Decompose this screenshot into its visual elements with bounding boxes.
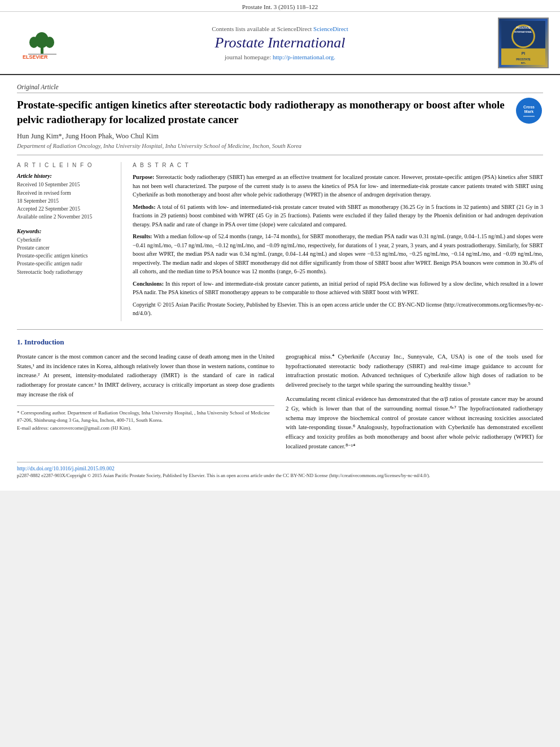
abstract-header: A B S T R A C T (133, 162, 543, 168)
results-label: Results: (133, 233, 152, 239)
keyword-3: Prostate-specific antigen kinetics (17, 252, 113, 260)
svg-text:PI: PI (522, 51, 526, 55)
email-line: E-mail address: cancerovercome@gmail.com… (17, 425, 132, 431)
purpose-text: Stereotactic body radiotherapy (SBRT) ha… (133, 174, 543, 198)
journal-title: Prostate International (73, 34, 487, 51)
revised-label: Received in revised form (17, 189, 113, 197)
abstract-conclusions: Conclusions: In this report of low- and … (133, 279, 543, 297)
footnotes-section: * Corresponding author. Department of Ra… (17, 405, 274, 433)
footer-section: http://dx.doi.org/10.1016/j.pimil.2015.0… (17, 462, 543, 479)
footnote-email: E-mail address: cancerovercome@gmail.com… (17, 425, 274, 433)
prostate-intl-badge: PROSTATE INTERNATIONAL PI PROSTATE INTL (498, 18, 549, 68)
journal-homepage: journal homepage: http://p-international… (73, 54, 487, 60)
svg-text:Cross: Cross (523, 105, 535, 109)
crossmark-icon: Cross Mark (516, 98, 542, 124)
abstract-results: Results: With a median follow-up of 52.4… (133, 232, 543, 276)
svg-text:INTL: INTL (521, 62, 526, 64)
keywords-title: Keywords: (17, 228, 113, 234)
svg-point-3 (29, 37, 38, 48)
journal-header: ELSEVIER Contents lists available at Sci… (0, 12, 560, 75)
contents-line: Contents lists available at ScienceDirec… (73, 25, 487, 32)
crossmark-badge: Cross Mark (516, 98, 543, 125)
conclusions-label: Conclusions: (133, 281, 164, 287)
intro-left-col: Prostate cancer is the most common cance… (17, 352, 274, 456)
homepage-link[interactable]: http://p-international.org. (273, 54, 335, 60)
methods-text: A total of 61 patients with low- and int… (133, 204, 543, 228)
article-columns: A R T I C L E I N F O Article history: R… (17, 162, 543, 321)
article-title-row: Prostate-specific antigen kinetics after… (17, 98, 543, 126)
sciencedirect-link[interactable]: ScienceDirect (313, 25, 348, 32)
elsevier-logo-icon: ELSEVIER (17, 28, 68, 59)
keyword-4: Prostate-specific antigen nadir (17, 260, 113, 268)
contents-text: Contents lists available at ScienceDirec… (212, 25, 312, 32)
intro-title: Introduction (24, 338, 64, 346)
crossmark-svg: Cross Mark (517, 98, 541, 123)
article-history-title: Article history: (17, 173, 113, 179)
abstract-methods: Methods: A total of 61 patients with low… (133, 203, 543, 229)
section-divider (17, 329, 543, 330)
online-date: Available online 2 November 2015 (17, 213, 113, 221)
article-title: Prostate-specific antigen kinetics after… (17, 98, 510, 126)
received-date: Received 10 September 2015 (17, 181, 113, 189)
elsevier-logo-area: ELSEVIER (11, 28, 73, 59)
journal-badge-area: PROSTATE INTERNATIONAL PI PROSTATE INTL (487, 18, 549, 68)
footnote-corresponding: * Corresponding author. Department of Ra… (17, 409, 274, 425)
intro-para-1: Prostate cancer is the most common cance… (17, 352, 274, 400)
purpose-label: Purpose: (133, 174, 154, 180)
copyright-text: Copyright © 2015 Asian Pacific Prostate … (133, 302, 543, 317)
abstract-column: A B S T R A C T Purpose: Stereotactic bo… (133, 162, 543, 321)
conclusions-text: In this report of low- and intermediate-… (133, 281, 543, 296)
article-history-block: Article history: Received 10 September 2… (17, 173, 113, 221)
svg-text:Mark: Mark (524, 110, 533, 113)
svg-text:PROSTATE: PROSTATE (516, 58, 531, 61)
journal-banner: Prostate Int. 3 (2015) 118–122 (0, 0, 560, 12)
journal-center: Contents lists available at ScienceDirec… (73, 25, 487, 60)
intro-para-3: Accumulating recent clinical evidence ha… (286, 395, 543, 452)
badge-icon: PROSTATE INTERNATIONAL PI PROSTATE INTL (501, 21, 546, 65)
keyword-1: Cyberknife (17, 236, 113, 244)
article-info-column: A R T I C L E I N F O Article history: R… (17, 162, 121, 321)
keyword-2: Prostate cancer (17, 244, 113, 252)
keywords-block: Keywords: Cyberknife Prostate cancer Pro… (17, 228, 113, 276)
doi-line: http://dx.doi.org/10.1016/j.pimil.2015.0… (17, 466, 543, 471)
homepage-label: journal homepage: (225, 54, 271, 60)
abstract-purpose: Purpose: Stereotactic body radiotherapy … (133, 173, 543, 199)
article-info-header: A R T I C L E I N F O (17, 162, 113, 168)
intro-two-col: Prostate cancer is the most common cance… (17, 352, 543, 456)
article-body: Original Article Prostate-specific antig… (0, 75, 560, 491)
doi-link[interactable]: http://dx.doi.org/10.1016/j.pimil.2015.0… (17, 466, 115, 471)
results-text: With a median follow-up of 52.4 months (… (133, 233, 543, 274)
svg-text:PROSTATE: PROSTATE (516, 27, 531, 29)
intro-number: 1. (17, 338, 23, 346)
footer-copyright: p2287-8882 e2287-903X/Copyright © 2015 A… (17, 473, 543, 479)
authors: Hun Jung Kim*, Jung Hoon Phak, Woo Chul … (17, 132, 543, 141)
introduction-section: 1. Introduction Prostate cancer is the m… (17, 338, 543, 479)
keyword-5: Stereotactic body radiotherapy (17, 268, 113, 276)
intro-number-title: 1. Introduction (17, 338, 543, 347)
svg-point-4 (45, 37, 54, 48)
affiliation: Department of Radiation Oncology, Inha U… (17, 143, 543, 155)
intro-right-col: geographical miss.⁴ Cyberknife (Accuray … (286, 352, 543, 456)
methods-label: Methods: (133, 204, 156, 210)
banner-text: Prostate Int. 3 (2015) 118–122 (242, 3, 318, 10)
accepted-date: Accepted 22 September 2015 (17, 205, 113, 213)
article-type: Original Article (17, 84, 543, 93)
svg-text:ELSEVIER: ELSEVIER (23, 54, 48, 59)
svg-text:INTERNATIONAL: INTERNATIONAL (514, 30, 532, 33)
revised-date: 18 September 2015 (17, 197, 113, 205)
intro-para-2: geographical miss.⁴ Cyberknife (Accuray … (286, 352, 543, 390)
abstract-copyright: Copyright © 2015 Asian Pacific Prostate … (133, 300, 543, 318)
